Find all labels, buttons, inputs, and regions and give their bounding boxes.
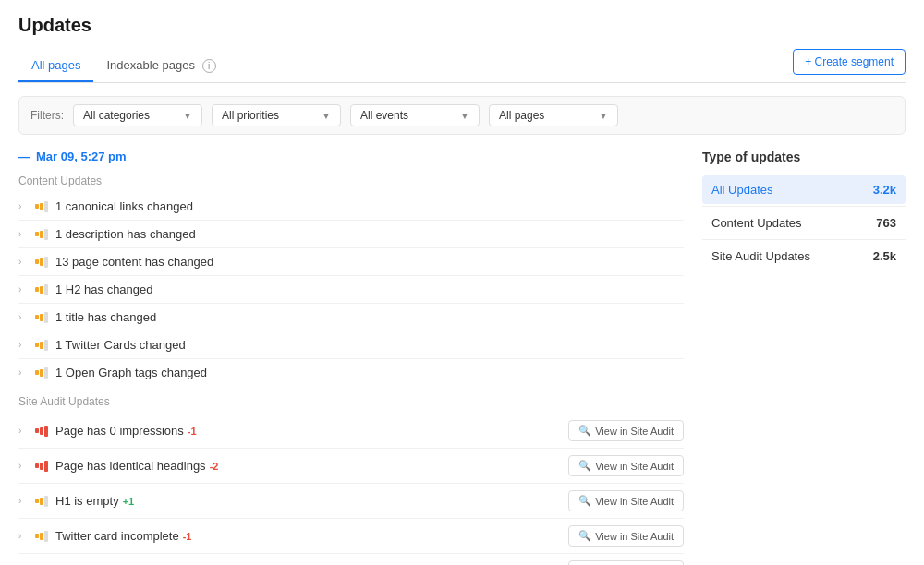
list-item: › H1 is empty+1 🔍 View in Site Audit [18,484,684,519]
chevron-right-icon[interactable]: › [18,257,28,267]
list-item: › 1 Twitter Cards changed [18,331,684,359]
chevron-right-icon[interactable]: › [18,461,28,471]
list-item: › Page has identical headings-2 🔍 View i… [18,449,684,484]
content-updates-label: Content Updates [18,174,684,187]
page-title: Updates [18,15,906,36]
chevron-right-icon[interactable]: › [18,367,28,378]
view-site-audit-button[interactable]: 🔍 View in Site Audit [568,490,684,511]
priority-indicator [35,340,48,351]
filters-row: Filters: All categories ▼ All priorities… [18,96,906,135]
priority-indicator [35,367,48,379]
priority-indicator [35,312,48,323]
tabs-left: All pages Indexable pages i [18,51,229,81]
type-row-site-audit-updates[interactable]: Site Audit Updates 2.5k [702,242,906,270]
chevron-right-icon[interactable]: › [18,426,28,436]
chevron-right-icon[interactable]: › [18,201,28,211]
priority-indicator [35,426,48,437]
view-site-audit-button[interactable]: 🔍 View in Site Audit [568,560,684,565]
priority-indicator [35,461,48,472]
search-icon: 🔍 [578,530,591,542]
list-item: › 1 H2 has changed [18,276,684,304]
priority-indicator [35,229,48,240]
right-panel: Type of updates All Updates 3.2k Content… [702,150,906,565]
divider [702,206,906,207]
type-row-all-updates[interactable]: All Updates 3.2k [702,175,906,204]
view-site-audit-button[interactable]: 🔍 View in Site Audit [568,455,684,476]
search-icon: 🔍 [578,495,591,507]
create-segment-button[interactable]: + Create segment [793,49,906,75]
content-updates-list: › 1 canonical links changed › [18,193,684,386]
type-row-content-updates[interactable]: Content Updates 763 [702,209,906,237]
list-item: › 1 canonical links changed [18,193,684,221]
list-item: › 1 description has changed [18,221,684,248]
filters-label: Filters: [30,109,64,122]
main-content: — Mar 09, 5:27 pm Content Updates › 1 ca… [18,150,906,565]
chevron-right-icon[interactable]: › [18,312,28,322]
filter-categories[interactable]: All categories ▼ [73,104,202,126]
list-item: › 13 page content has changed [18,248,684,276]
chevron-right-icon[interactable]: › [18,229,28,239]
site-audit-updates-list: › Page has 0 impressions-1 🔍 View in Sit… [18,414,684,565]
view-site-audit-button[interactable]: 🔍 View in Site Audit [568,525,684,547]
tab-indexable-pages[interactable]: Indexable pages i [93,51,228,82]
chevron-right-icon[interactable]: › [18,531,28,541]
chevron-right-icon[interactable]: › [18,496,28,506]
filter-pages[interactable]: All pages ▼ [489,104,618,126]
priority-indicator [35,201,48,212]
site-audit-updates-label: Site Audit Updates [18,395,684,408]
date-header: — Mar 09, 5:27 pm [18,150,684,163]
priority-indicator [35,257,48,268]
type-of-updates-title: Type of updates [702,150,906,164]
view-site-audit-button[interactable]: 🔍 View in Site Audit [568,420,684,441]
left-panel: — Mar 09, 5:27 pm Content Updates › 1 ca… [18,150,684,565]
priority-indicator [35,284,48,295]
divider [702,239,906,240]
search-icon: 🔍 [578,460,591,472]
list-item: › Page has 0 impressions-1 🔍 View in Sit… [18,414,684,449]
tabs-row: All pages Indexable pages i + Create seg… [18,49,906,83]
chevron-down-icon: ▼ [460,111,469,121]
chevron-right-icon[interactable]: › [18,284,28,295]
chevron-down-icon: ▼ [183,111,192,121]
list-item: › 1 Open Graph tags changed [18,359,684,386]
list-item: › Twitter card incomplete-1 🔍 View in Si… [18,519,684,554]
filter-priorities[interactable]: All priorities ▼ [212,104,341,126]
chevron-right-icon[interactable]: › [18,340,28,350]
filter-events[interactable]: All events ▼ [350,104,480,126]
tab-all-pages[interactable]: All pages [18,51,93,82]
chevron-down-icon: ▼ [322,111,331,121]
list-item: › 1 title has changed [18,304,684,331]
chevron-down-icon: ▼ [599,111,608,121]
search-icon: 🔍 [578,425,591,437]
priority-indicator [35,496,48,507]
priority-indicator [35,531,48,542]
info-icon[interactable]: i [202,59,216,73]
list-item: › Missing alt text-2 🔍 View in Site Audi… [18,554,684,565]
